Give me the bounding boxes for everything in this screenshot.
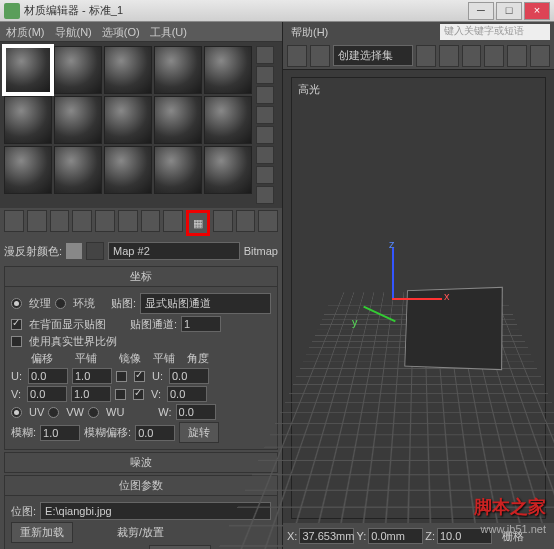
map-type-button[interactable]: Bitmap: [244, 245, 278, 257]
coords-header[interactable]: 坐标: [5, 267, 277, 287]
color-swatch[interactable]: [66, 243, 82, 259]
viewport-panel: 键入关键字或短语 帮助(H) 创建选择集 高光 z x y X:37.653mm…: [283, 22, 554, 549]
realworld-checkbox[interactable]: [11, 336, 22, 347]
render-icon[interactable]: [530, 45, 550, 67]
background-icon[interactable]: [256, 86, 274, 104]
menu-navigate[interactable]: 导航(N): [55, 22, 92, 41]
viewport[interactable]: 高光 z x y: [291, 77, 546, 519]
menu-options[interactable]: 选项(O): [102, 22, 140, 41]
v-mirror[interactable]: [115, 389, 126, 400]
mapping-dropdown[interactable]: 显式贴图通道: [140, 293, 271, 314]
material-id-icon[interactable]: [163, 210, 183, 232]
material-toolbar: ▦: [0, 208, 282, 238]
viewport-label[interactable]: 高光: [298, 82, 320, 97]
curve-editor-icon[interactable]: [484, 45, 504, 67]
bluroff-spinner[interactable]: 0.0: [135, 425, 175, 441]
material-slot[interactable]: [4, 46, 52, 94]
material-slot[interactable]: [104, 96, 152, 144]
search-input[interactable]: 键入关键字或短语: [440, 24, 550, 40]
undo-icon[interactable]: [287, 45, 307, 67]
x-coord[interactable]: 37.653mm: [299, 528, 354, 544]
window-title: 材质编辑器 - 标准_1: [24, 3, 466, 18]
v-offset[interactable]: 0.0: [27, 386, 67, 402]
put-scene-icon[interactable]: [27, 210, 47, 232]
channel-spinner[interactable]: 1: [181, 316, 221, 332]
preview-icon[interactable]: [256, 166, 274, 184]
texture-radio[interactable]: [11, 298, 22, 309]
sample-uv-icon[interactable]: [256, 106, 274, 124]
close-button[interactable]: ×: [524, 2, 550, 20]
sample-type-icon[interactable]: [256, 46, 274, 64]
maximize-button[interactable]: □: [496, 2, 522, 20]
reset-icon[interactable]: [72, 210, 92, 232]
material-slot[interactable]: [154, 96, 202, 144]
backlight-icon[interactable]: [256, 66, 274, 84]
put-library-icon[interactable]: [141, 210, 161, 232]
go-parent-icon[interactable]: [236, 210, 256, 232]
vw-radio[interactable]: [48, 407, 59, 418]
wu-radio[interactable]: [88, 407, 99, 418]
show-map-viewport-icon[interactable]: ▦: [186, 210, 210, 236]
align-icon[interactable]: [439, 45, 459, 67]
material-slot[interactable]: [204, 96, 252, 144]
material-slot[interactable]: [154, 46, 202, 94]
menu-material[interactable]: 材质(M): [6, 22, 45, 41]
u-angle[interactable]: 0.0: [169, 368, 209, 384]
u-tile-chk[interactable]: [134, 371, 145, 382]
mirror-icon[interactable]: [416, 45, 436, 67]
material-slot[interactable]: [104, 146, 152, 194]
make-unique-icon[interactable]: [118, 210, 138, 232]
schematic-icon[interactable]: [507, 45, 527, 67]
selection-set-dropdown[interactable]: 创建选择集: [333, 45, 413, 66]
view-image-button[interactable]: 查看图像: [149, 545, 211, 549]
eyedropper-icon[interactable]: [86, 242, 104, 260]
titlebar: 材质编辑器 - 标准_1 ─ □ ×: [0, 0, 554, 22]
material-slot[interactable]: [4, 96, 52, 144]
w-angle[interactable]: 0.0: [176, 404, 216, 420]
v-tile-chk[interactable]: [133, 389, 144, 400]
show-end-icon[interactable]: [213, 210, 233, 232]
menu-help[interactable]: 帮助(H): [291, 22, 328, 42]
reload-button[interactable]: 重新加载: [11, 522, 73, 543]
blur-spinner[interactable]: 1.0: [40, 425, 80, 441]
material-slot[interactable]: [204, 46, 252, 94]
tool-icon[interactable]: [310, 45, 330, 67]
y-coord[interactable]: 0.0mm: [368, 528, 423, 544]
v-angle[interactable]: 0.0: [167, 386, 207, 402]
menu-tools[interactable]: 工具(U): [150, 22, 187, 41]
sample-tools: [256, 46, 274, 204]
options-icon[interactable]: [256, 186, 274, 204]
video-check-icon[interactable]: [256, 146, 274, 164]
noise-rollout[interactable]: 噪波: [4, 452, 278, 473]
showback-checkbox[interactable]: [11, 319, 22, 330]
uv-radio[interactable]: [11, 407, 22, 418]
u-mirror[interactable]: [116, 371, 127, 382]
minimize-button[interactable]: ─: [468, 2, 494, 20]
map-name-input[interactable]: Map #2: [108, 242, 240, 260]
make-copy-icon[interactable]: [95, 210, 115, 232]
material-slot[interactable]: [204, 146, 252, 194]
material-editor-panel: 材质(M) 导航(N) 选项(O) 工具(U): [0, 22, 283, 549]
layers-icon[interactable]: [462, 45, 482, 67]
v-tile[interactable]: 1.0: [71, 386, 111, 402]
assign-icon[interactable]: [50, 210, 70, 232]
material-slot[interactable]: [54, 146, 102, 194]
material-slots: [0, 42, 282, 208]
u-offset[interactable]: 0.0: [28, 368, 68, 384]
rotate-button[interactable]: 旋转: [179, 422, 219, 443]
material-slot[interactable]: [154, 146, 202, 194]
map-name-row: 漫反射颜色: Map #2 Bitmap: [0, 238, 282, 264]
material-slot[interactable]: [104, 46, 152, 94]
bitmap-header[interactable]: 位图参数: [5, 476, 277, 496]
environ-radio[interactable]: [55, 298, 66, 309]
x-axis[interactable]: [392, 298, 442, 300]
get-material-icon[interactable]: [4, 210, 24, 232]
repeat-icon[interactable]: [256, 126, 274, 144]
material-slot[interactable]: [54, 46, 102, 94]
z-axis[interactable]: [392, 248, 394, 298]
u-tile[interactable]: 1.0: [72, 368, 112, 384]
coords-rollout: 坐标 纹理 环境 贴图: 显式贴图通道 在背面显示贴图 贴图通道: 1 使用真实…: [4, 266, 278, 450]
go-forward-icon[interactable]: [258, 210, 278, 232]
material-slot[interactable]: [54, 96, 102, 144]
material-slot[interactable]: [4, 146, 52, 194]
